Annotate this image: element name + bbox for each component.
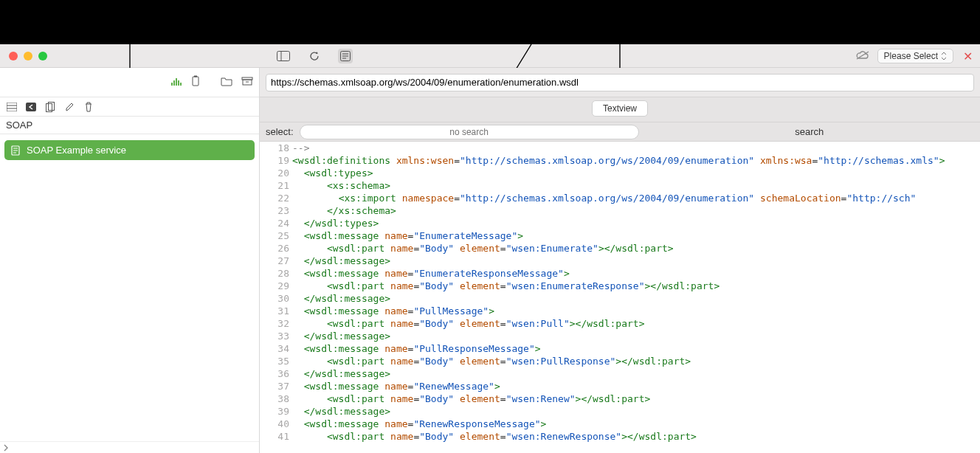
code-viewer[interactable]: 18-->19<wsdl:definitions xmlns:wsen="htt…: [260, 142, 980, 453]
code-text: <wsdl:message name="PullResponseMessage"…: [292, 342, 541, 355]
textview-icon[interactable]: [338, 49, 353, 63]
url-row: [260, 68, 980, 97]
code-text: <wsdl:message name="RenewMessage">: [292, 380, 500, 393]
zoom-window-button[interactable]: [38, 52, 47, 60]
code-line: 34 <wsdl:message name="PullResponseMessa…: [260, 342, 980, 355]
trash-icon[interactable]: [83, 101, 94, 113]
line-number: 34: [260, 342, 292, 355]
chevron-right-icon[interactable]: [3, 444, 9, 452]
line-number: 41: [260, 430, 292, 443]
code-text: <wsdl:part name="Body" element="wsen:Pul…: [292, 317, 644, 330]
edit-icon[interactable]: [63, 101, 75, 113]
line-number: 29: [260, 280, 292, 292]
sidebar-toolbar: [0, 97, 259, 117]
line-number: 39: [260, 405, 292, 418]
code-text: </wsdl:types>: [292, 217, 379, 229]
view-tabbar: Textview: [260, 97, 980, 122]
line-number: 18: [260, 142, 292, 154]
close-x-icon[interactable]: ✕: [961, 49, 974, 63]
code-text: <wsdl:message name="RenewResponseMessage…: [292, 418, 546, 430]
tab-label: Textview: [603, 103, 637, 114]
line-number: 33: [260, 330, 292, 342]
code-text: <wsdl:part name="Body" element="wsen:Ren…: [292, 430, 697, 443]
environment-select-label: Please Select: [884, 51, 938, 61]
code-line: 25 <wsdl:message name="EnumerateMessage"…: [260, 229, 980, 242]
line-number: 36: [260, 367, 292, 380]
line-number: 31: [260, 305, 292, 317]
code-text: <wsdl:part name="Body" element="wsen:Enu…: [292, 242, 674, 255]
svg-rect-12: [176, 78, 177, 86]
back-icon[interactable]: [25, 101, 37, 113]
main-panel: Textview select: search 18-->19<wsdl:def…: [260, 68, 980, 453]
svg-rect-16: [194, 76, 197, 77]
letterbox-top: [0, 0, 980, 44]
line-number: 40: [260, 418, 292, 430]
line-number: 38: [260, 393, 292, 405]
updown-icon: [941, 52, 947, 60]
toolbar-right: Please Select ✕: [855, 44, 974, 68]
line-number: 21: [260, 179, 292, 192]
svg-rect-13: [178, 80, 179, 86]
sidebar-section-header: SOAP: [0, 117, 259, 134]
sidebar-toggle-icon[interactable]: [276, 49, 291, 63]
code-text: <xs:schema>: [292, 179, 390, 192]
code-line: 28 <wsdl:message name="EnumerateResponse…: [260, 267, 980, 280]
code-text: </wsdl:message>: [292, 330, 390, 342]
select-label: select:: [260, 126, 300, 137]
line-number: 24: [260, 217, 292, 229]
archive-icon[interactable]: [241, 76, 253, 89]
battery-icon[interactable]: [191, 75, 200, 89]
code-line: 19<wsdl:definitions xmlns:wsen="http://s…: [260, 154, 980, 167]
code-line: 22 <xs:import namespace="http://schemas.…: [260, 192, 980, 204]
code-text: <wsdl:types>: [292, 167, 373, 179]
close-window-button[interactable]: [9, 52, 18, 60]
code-line: 23 </xs:schema>: [260, 204, 980, 217]
folder-icon[interactable]: [221, 76, 232, 89]
svg-rect-15: [193, 77, 199, 86]
code-line: 21 <xs:schema>: [260, 179, 980, 192]
code-text: -->: [292, 142, 309, 154]
code-line: 31 <wsdl:message name="PullMessage">: [260, 305, 980, 317]
code-text: <xs:import namespace="http://schemas.xml…: [292, 192, 916, 204]
url-input[interactable]: [266, 74, 974, 91]
window-traffic-lights: [0, 52, 47, 60]
environment-select[interactable]: Please Select: [877, 49, 953, 63]
main-toolbar: [272, 44, 353, 68]
tab-textview[interactable]: Textview: [592, 100, 648, 117]
code-text: </wsdl:message>: [292, 405, 390, 418]
svg-rect-20: [7, 103, 17, 111]
code-text: </wsdl:message>: [292, 292, 390, 305]
list-icon[interactable]: [6, 101, 18, 113]
svg-rect-3: [277, 52, 290, 61]
refresh-icon[interactable]: [307, 49, 322, 63]
code-text: <wsdl:part name="Body" element="wsen:Ren…: [292, 393, 650, 405]
minimize-window-button[interactable]: [24, 52, 32, 60]
search-label[interactable]: search: [639, 126, 980, 137]
code-text: <wsdl:message name="EnumerateResponseMes…: [292, 267, 570, 280]
sidebar-item-label: SOAP Example service: [27, 145, 126, 156]
copy-icon[interactable]: [44, 101, 56, 113]
code-line: 32 <wsdl:part name="Body" element="wsen:…: [260, 317, 980, 330]
window-titlebar: Please Select ✕: [0, 44, 980, 68]
sidebar-item-soap-example[interactable]: SOAP Example service: [4, 140, 255, 160]
cloud-off-icon[interactable]: [855, 50, 870, 63]
code-line: 38 <wsdl:part name="Body" element="wsen:…: [260, 393, 980, 405]
signal-icon[interactable]: [170, 76, 182, 89]
svg-rect-10: [171, 83, 173, 86]
line-number: 19: [260, 154, 292, 167]
sidebar-header-icons: [0, 68, 259, 97]
line-number: 28: [260, 267, 292, 280]
code-line: 18-->: [260, 142, 980, 154]
line-number: 20: [260, 167, 292, 179]
code-line: 27 </wsdl:message>: [260, 255, 980, 267]
code-line: 35 <wsdl:part name="Body" element="wsen:…: [260, 355, 980, 367]
code-line: 39 </wsdl:message>: [260, 405, 980, 418]
select-input[interactable]: [300, 125, 639, 139]
sidebar: SOAP SOAP Example service: [0, 68, 260, 453]
line-number: 22: [260, 192, 292, 204]
code-text: <wsdl:message name="PullMessage">: [292, 305, 494, 317]
line-number: 35: [260, 355, 292, 367]
code-line: 33 </wsdl:message>: [260, 330, 980, 342]
svg-rect-14: [180, 83, 182, 86]
code-line: 37 <wsdl:message name="RenewMessage">: [260, 380, 980, 393]
